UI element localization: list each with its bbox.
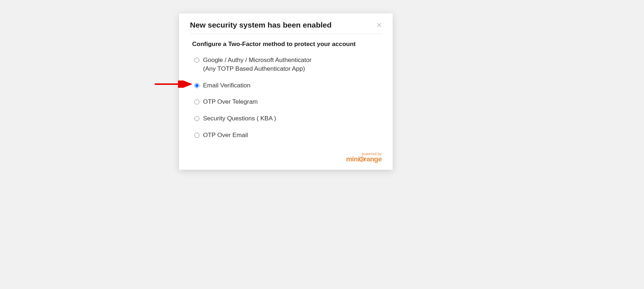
options-list: Google / Authy / Microsoft Authenticator…	[192, 56, 380, 140]
option-sublabel-text: (Any TOTP Based Authenticator App)	[203, 65, 312, 73]
option-radio[interactable]	[194, 83, 199, 88]
option-radio[interactable]	[194, 116, 199, 121]
option-radio[interactable]	[194, 58, 199, 63]
option-label-text: Email Verification	[203, 82, 250, 89]
powered-by-badge: powered by minirange	[346, 152, 382, 163]
option-label[interactable]: Security Questions ( KBA )	[203, 114, 276, 123]
two-factor-modal: New security system has been enabled × C…	[179, 13, 393, 170]
modal-body: Configure a Two-Factor method to protect…	[179, 34, 393, 152]
modal-title: New security system has been enabled	[190, 21, 332, 29]
two-factor-option[interactable]: OTP Over Telegram	[192, 98, 380, 106]
brand-suffix: range	[364, 155, 382, 163]
modal-subtitle: Configure a Two-Factor method to protect…	[192, 41, 380, 48]
option-radio[interactable]	[194, 99, 199, 104]
option-label[interactable]: OTP Over Email	[203, 131, 248, 140]
option-label[interactable]: Email Verification	[203, 81, 250, 90]
brand-logo: minirange	[346, 155, 382, 163]
close-icon: ×	[377, 20, 382, 30]
modal-footer: powered by minirange	[179, 152, 393, 170]
option-label-text: OTP Over Email	[203, 132, 248, 139]
brand-o-icon	[359, 157, 364, 162]
two-factor-option[interactable]: Security Questions ( KBA )	[192, 114, 380, 123]
option-radio[interactable]	[194, 133, 199, 138]
option-label[interactable]: OTP Over Telegram	[203, 98, 258, 106]
option-label[interactable]: Google / Authy / Microsoft Authenticator…	[203, 56, 312, 73]
two-factor-option[interactable]: Email Verification	[192, 81, 380, 90]
brand-prefix: mini	[346, 155, 360, 163]
modal-header: New security system has been enabled ×	[190, 13, 382, 34]
option-label-text: Security Questions ( KBA )	[203, 115, 276, 122]
option-label-text: Google / Authy / Microsoft Authenticator	[203, 57, 312, 63]
two-factor-option[interactable]: OTP Over Email	[192, 131, 380, 140]
two-factor-option[interactable]: Google / Authy / Microsoft Authenticator…	[192, 56, 380, 73]
option-label-text: OTP Over Telegram	[203, 98, 258, 105]
close-button[interactable]: ×	[377, 21, 382, 29]
